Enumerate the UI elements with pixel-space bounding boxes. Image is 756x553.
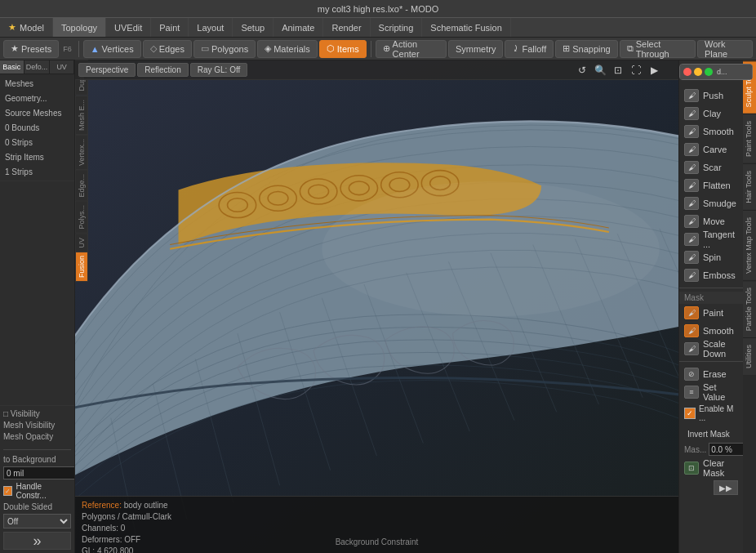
source-meshes-button[interactable]: Source Meshes xyxy=(0,105,74,120)
action-center-button[interactable]: ⊕ Action Center xyxy=(376,40,447,58)
frame-icon[interactable]: ⊡ xyxy=(610,62,626,78)
off-select[interactable]: Off xyxy=(3,514,71,528)
tool-push[interactable]: 🖌 Push xyxy=(679,87,743,105)
floating-window: d... xyxy=(679,64,753,80)
items-button[interactable]: ⬡ Items xyxy=(319,40,367,58)
vtab-vertex-map[interactable]: Vertex Map Tools xyxy=(743,210,756,280)
smooth-mask-icon: 🖌 xyxy=(684,324,699,337)
menu-scripting[interactable]: Scripting xyxy=(371,18,423,37)
presets-button[interactable]: ★ VerticesPresets xyxy=(3,40,59,58)
separator2 xyxy=(371,41,371,57)
tab-basic[interactable]: Basic xyxy=(0,60,24,74)
channels-line: Channels: 0 xyxy=(82,523,672,534)
reference-label: Reference: xyxy=(82,501,124,510)
menu-uvedit[interactable]: UVEdit xyxy=(106,18,151,37)
handle-constr-checkbox[interactable]: ✓ xyxy=(3,486,12,496)
falloff-button[interactable]: ⤸ Falloff xyxy=(505,40,554,58)
menu-setup[interactable]: Setup xyxy=(233,18,273,37)
move-icon: 🖌 xyxy=(684,215,699,228)
mesh-visibility-label: Mesh Visibility xyxy=(3,421,60,430)
snapping-button[interactable]: ⊞ Snapping xyxy=(555,40,618,58)
tab-uv[interactable]: UV xyxy=(50,60,74,74)
tool-spin[interactable]: 🖌 Spin xyxy=(679,248,743,266)
expand-viewport-icon[interactable]: ⛶ xyxy=(628,62,644,78)
tool-emboss[interactable]: 🖌 Emboss xyxy=(679,266,743,284)
select-through-button[interactable]: ⧉ Select Through xyxy=(620,40,696,58)
vtab-paint-tools[interactable]: Paint Tools xyxy=(743,114,756,163)
viewport[interactable]: Perspective Reflection Ray GL: Off ↺ 🔍 ⊡… xyxy=(75,60,678,553)
mask-value-input[interactable] xyxy=(709,443,743,456)
tool-carve[interactable]: 🖌 Carve xyxy=(679,140,743,158)
tool-scar[interactable]: 🖌 Scar xyxy=(679,158,743,176)
menu-animate[interactable]: Animate xyxy=(273,18,323,37)
expand-button[interactable]: » xyxy=(3,532,71,550)
1-strips-button[interactable]: 1 Strips xyxy=(0,164,74,179)
tool-smudge[interactable]: 🖌 Smudge xyxy=(679,194,743,212)
window-min-btn[interactable] xyxy=(694,68,702,76)
tool-set-value[interactable]: ≡ Set Value xyxy=(679,383,743,401)
value-input[interactable] xyxy=(3,466,75,479)
handle-constr-check[interactable]: ✓ Handle Constr... xyxy=(3,482,71,500)
vtab-hair-tools[interactable]: Hair Tools xyxy=(743,163,756,210)
tool-paint[interactable]: 🖌 Paint xyxy=(679,304,743,322)
bounds-button[interactable]: 0 Bounds xyxy=(0,120,74,135)
outline-label: outline xyxy=(144,501,167,510)
menu-paint[interactable]: Paint xyxy=(151,18,189,37)
tool-tangent[interactable]: 🖌 Tangent ... xyxy=(679,230,743,248)
tool-invert-mask[interactable]: Invert Mask xyxy=(684,425,738,443)
side-polys[interactable]: Polys... xyxy=(75,201,88,234)
menu-render[interactable]: Render xyxy=(323,18,370,37)
symmetry-button[interactable]: Symmetry xyxy=(448,40,504,58)
vtab-utilities[interactable]: Utilities xyxy=(743,337,756,375)
f6-label: F6 xyxy=(60,45,74,53)
0-strips-button[interactable]: 0 Strips xyxy=(0,135,74,149)
separator xyxy=(78,41,79,57)
geometry-button[interactable]: Geometry... xyxy=(0,91,74,105)
left-panel: Basic Defo... UV Meshes Geometry... Sour… xyxy=(0,60,75,553)
tool-clay[interactable]: 🖌 Clay xyxy=(679,105,743,123)
zoom-icon[interactable]: 🔍 xyxy=(592,62,608,78)
menu-schematic[interactable]: Schematic Fusion xyxy=(422,18,510,37)
tool-scale-down[interactable]: 🖌 Scale Down xyxy=(679,340,743,358)
meshes-button[interactable]: Meshes xyxy=(0,76,74,91)
polygons-line: Polygons / Catmull-Clark xyxy=(82,511,672,523)
arrow-btns: ▶▶ xyxy=(684,480,738,495)
tangent-icon: 🖌 xyxy=(684,233,699,246)
side-vertex[interactable]: Vertex... xyxy=(75,135,88,170)
work-plane-button[interactable]: Work Plane xyxy=(697,40,753,58)
vertices-button[interactable]: ▲ Vertices xyxy=(83,40,141,58)
tool-smooth[interactable]: 🖌 Smooth xyxy=(679,123,743,140)
polygons-button[interactable]: ▭ Polygons xyxy=(193,40,256,58)
select-through-icon: ⧉ xyxy=(627,43,634,54)
materials-button[interactable]: ◈ Materials xyxy=(257,40,318,58)
window-max-btn[interactable] xyxy=(705,68,713,76)
tool-clear-mask[interactable]: ⊡ Clear Mask xyxy=(684,459,738,477)
falloff-icon: ⤸ xyxy=(512,43,519,54)
reflection-btn[interactable]: Reflection xyxy=(137,63,188,77)
tool-erase[interactable]: ⊘ Erase xyxy=(679,365,743,383)
perspective-btn[interactable]: Perspective xyxy=(78,63,136,77)
fusion-label[interactable]: Fusion xyxy=(75,252,88,282)
menu-topology[interactable]: Topology xyxy=(53,18,106,37)
to-background-label: to Background xyxy=(3,455,60,464)
rotate-icon[interactable]: ↺ xyxy=(574,62,590,78)
visibility-row: □ Visibility xyxy=(3,409,71,418)
edges-button[interactable]: ◇ Edges xyxy=(143,40,192,58)
enable-mask-checkbox[interactable]: ✓ xyxy=(684,408,696,419)
scale-down-icon: 🖌 xyxy=(684,342,699,355)
ray-gl-btn[interactable]: Ray GL: Off xyxy=(190,63,248,77)
strip-items-button[interactable]: Strip Items xyxy=(0,149,74,164)
tool-flatten[interactable]: 🖌 Flatten xyxy=(679,176,743,194)
side-mesh-e[interactable]: Mesh E... xyxy=(75,96,88,135)
tab-defo[interactable]: Defo... xyxy=(24,60,51,74)
window-close-btn[interactable] xyxy=(683,68,692,76)
menu-model[interactable]: ★ Model xyxy=(0,18,53,37)
chevron-icon[interactable]: ▶ xyxy=(646,62,662,78)
double-arrow-btn[interactable]: ▶▶ xyxy=(714,480,738,495)
side-edge[interactable]: Edge... xyxy=(75,170,88,202)
menu-layout[interactable]: Layout xyxy=(189,18,233,37)
vtab-particle-tools[interactable]: Particle Tools xyxy=(743,280,756,337)
tool-smooth-mask[interactable]: 🖌 Smooth xyxy=(679,322,743,340)
tool-move[interactable]: 🖌 Move xyxy=(679,212,743,230)
side-uv[interactable]: UV xyxy=(75,234,88,252)
